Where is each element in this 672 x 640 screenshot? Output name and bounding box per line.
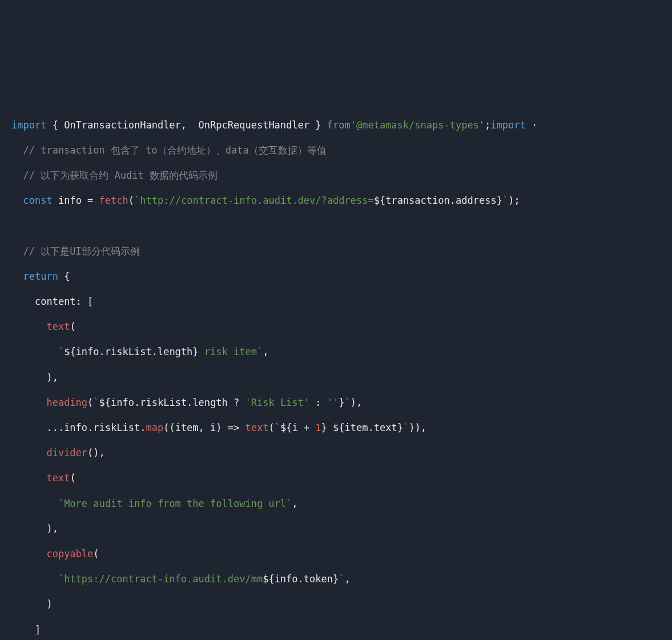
code-line-12: ...info.riskList.map((item, i) => text(`… [11,422,426,433]
code-line-3: // 以下为获取合约 Audit 数据的代码示例 [11,170,218,181]
keyword-import: import [11,119,46,131]
comment: // transaction 包含了 to（合约地址）、data（交互数据）等值 [23,144,326,156]
function-call: text [46,472,70,484]
code-line-16: ), [11,523,58,534]
function-call: map [146,422,163,433]
code-line-19: ) [11,598,53,610]
keyword-return: return [23,271,58,282]
keyword-const: const [23,195,52,206]
code-line-5: // 以下是UI部分代码示例 [11,245,140,257]
code-line-20: ] [11,624,41,635]
code-line-6: return { [11,271,70,282]
code-line-1: import { OnTransactionHandler, OnRpcRequ… [11,119,537,131]
code-line-11: heading(`${info.riskList.length ? 'Risk … [11,397,362,408]
function-call: divider [46,447,87,458]
function-call: copyable [46,548,93,560]
code-line-8: text( [11,321,76,332]
function-call: text [245,422,268,433]
keyword-from: from [327,119,351,131]
function-call: text [46,321,70,332]
template-url: https://contract-info.audit.dev/mm [64,573,263,585]
code-line-10: ), [11,372,58,383]
code-line-14: text( [11,472,76,484]
comment: // 以下为获取合约 Audit 数据的代码示例 [23,170,217,181]
function-call: heading [46,397,87,408]
function-call: fetch [99,195,128,206]
code-line-2: // transaction 包含了 to（合约地址）、data（交互数据）等值 [11,144,327,156]
code-line-13: divider(), [11,447,105,458]
comment: // 以下是UI部分代码示例 [23,245,139,257]
code-line-9: `${info.riskList.length} risk item`, [11,346,268,357]
code-line-4: const info = fetch(`http://contract-info… [11,195,520,206]
template-string: More audit info from the following url [64,498,286,509]
template-url: http://contract-info.audit.dev/?address= [140,195,373,206]
code-line-7: content: [ [11,296,93,307]
string-literal: '@metamask/snaps-types' [351,119,485,131]
code-line-18: `https://contract-info.audit.dev/mm${inf… [11,573,351,585]
code-line-15: `More audit info from the following url`… [11,498,298,509]
code-editor[interactable]: import { OnTransactionHandler, OnRpcRequ… [11,112,661,640]
code-line-17: copyable( [11,548,99,560]
